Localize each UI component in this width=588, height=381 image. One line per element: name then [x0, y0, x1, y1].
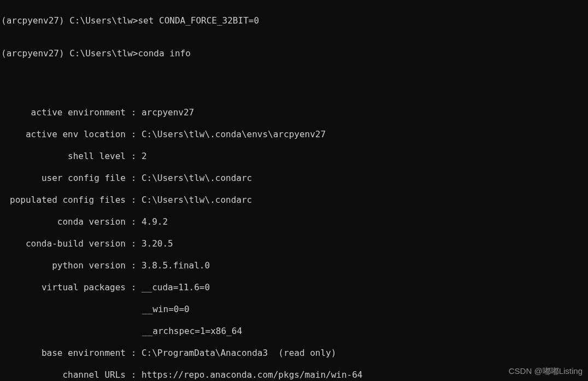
value: https://repo.anaconda.com/pkgs/main/win-…	[142, 370, 363, 380]
value: arcpyenv27	[142, 107, 194, 118]
label: active environment	[1, 107, 126, 118]
value: 2	[142, 151, 147, 162]
label: populated config files	[1, 195, 126, 206]
row-virtual-packages-cont: __archspec=1=x86_64	[1, 326, 587, 337]
separator: :	[126, 348, 142, 359]
value: 3.8.5.final.0	[142, 260, 210, 271]
row-active-environment: active environment : arcpyenv27	[1, 107, 587, 118]
row-channel-urls: channel URLs : https://repo.anaconda.com…	[1, 370, 587, 380]
label: virtual packages	[1, 282, 126, 293]
command-line-2: (arcpyenv27) C:\Users\tlw>conda info	[1, 48, 587, 59]
value: 3.20.5	[142, 238, 173, 249]
label: shell level	[1, 151, 126, 162]
separator: :	[126, 282, 142, 293]
prompt-path: C:\Users\tlw>	[69, 15, 138, 26]
separator: :	[126, 173, 142, 184]
value: __archspec=1=x86_64	[142, 326, 242, 337]
label: base environment	[1, 348, 126, 359]
command-text: conda info	[138, 48, 190, 58]
row-conda-build-version: conda-build version : 3.20.5	[1, 238, 587, 249]
row-virtual-packages: virtual packages : __cuda=11.6=0	[1, 282, 587, 293]
env-prefix: (arcpyenv27)	[1, 48, 64, 58]
label: conda version	[1, 216, 126, 227]
watermark-text: CSDN @嘟嘟Listing	[509, 366, 583, 377]
row-active-env-location: active env location : C:\Users\tlw\.cond…	[1, 129, 587, 140]
separator: :	[126, 107, 142, 118]
row-shell-level: shell level : 2	[1, 151, 587, 162]
row-virtual-packages-cont: __win=0=0	[1, 304, 587, 315]
separator: :	[126, 260, 142, 271]
row-base-environment: base environment : C:\ProgramData\Anacon…	[1, 348, 587, 359]
separator: :	[126, 370, 142, 380]
value: __cuda=11.6=0	[142, 282, 210, 293]
separator: :	[126, 151, 142, 162]
conda-info-output: active environment : arcpyenv27 active e…	[1, 96, 587, 381]
command-line-1: (arcpyenv27) C:\Users\tlw>set CONDA_FORC…	[1, 15, 587, 26]
label: channel URLs	[1, 370, 126, 380]
row-user-config-file: user config file : C:\Users\tlw\.condarc	[1, 173, 587, 184]
value: C:\Users\tlw\.conda\envs\arcpyenv27	[142, 129, 326, 140]
row-conda-version: conda version : 4.9.2	[1, 216, 587, 227]
label: conda-build version	[1, 238, 126, 249]
value: 4.9.2	[142, 216, 168, 227]
separator: :	[126, 195, 142, 206]
row-populated-config-files: populated config files : C:\Users\tlw\.c…	[1, 195, 587, 206]
separator: :	[126, 216, 142, 227]
value: C:\Users\tlw\.condarc	[142, 173, 252, 184]
label: user config file	[1, 173, 126, 184]
label: active env location	[1, 129, 126, 140]
label: python version	[1, 260, 126, 271]
value: __win=0=0	[142, 304, 190, 315]
separator: :	[126, 238, 142, 249]
prompt-path: C:\Users\tlw>	[69, 48, 138, 58]
terminal-output[interactable]: (arcpyenv27) C:\Users\tlw>set CONDA_FORC…	[0, 0, 588, 381]
command-text: set CONDA_FORCE_32BIT=0	[138, 15, 259, 26]
value: C:\ProgramData\Anaconda3 (read only)	[142, 348, 336, 359]
separator: :	[126, 129, 142, 140]
row-python-version: python version : 3.8.5.final.0	[1, 260, 587, 271]
env-prefix: (arcpyenv27)	[1, 15, 64, 26]
value: C:\Users\tlw\.condarc	[142, 195, 252, 206]
